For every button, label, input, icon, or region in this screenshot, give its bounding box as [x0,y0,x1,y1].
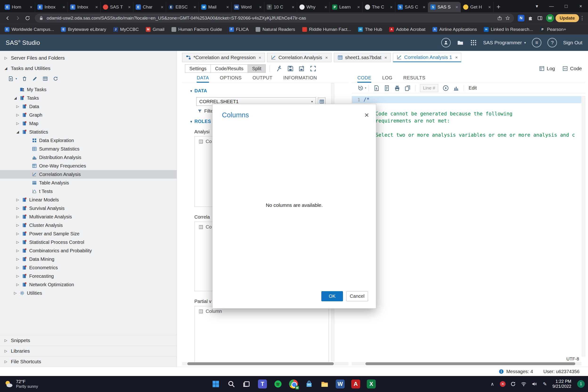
chevron-right-icon[interactable]: ▷ [16,214,20,219]
document-tab[interactable]: Correlation Analysis× [267,53,332,62]
bookmark-item[interactable]: EBrytewave eLibrary [61,27,106,32]
messages-status[interactable]: Messages: 4 [498,369,533,374]
window-maximize-button[interactable]: □ [559,0,574,12]
taskbar-search-icon[interactable] [225,377,238,391]
log-button[interactable]: Log [539,66,555,72]
bookmark-item[interactable]: Riddle Human Fact... [302,27,351,32]
tab-close-icon[interactable]: × [292,5,294,10]
ok-button[interactable]: OK [321,291,343,301]
taskbar-start-icon[interactable] [209,377,222,391]
tab-close-icon[interactable]: × [95,5,98,10]
chevron-right-icon[interactable]: ▷ [16,232,20,236]
tab-close-icon[interactable]: × [30,5,32,10]
tree-item-linear-models[interactable]: ▷Linear Models [0,196,177,204]
taskbar-spotify-icon[interactable] [272,377,284,391]
browser-tab[interactable]: WWord× [232,2,264,12]
browser-tab[interactable]: ?10 C× [264,2,297,12]
chevron-right-icon[interactable]: ▷ [16,257,20,261]
refresh-button[interactable] [53,76,58,82]
antivirus-tray-icon[interactable]: ✕ [500,381,506,387]
browser-tab[interactable]: SSAS C× [395,2,428,12]
profile-icon[interactable] [441,38,451,47]
tab-information[interactable]: INFORMATION [283,74,317,83]
tree-item-network-optimization[interactable]: ▷Network Optimization [0,280,177,289]
wifi-icon[interactable] [520,381,527,387]
sidebar-section-snippets[interactable]: ▷ Snippets [0,335,177,346]
performance-icon[interactable] [453,85,460,92]
hidden-icons-chevron-icon[interactable]: ∧ [489,381,496,387]
edit-button[interactable]: Edit [468,85,476,91]
chevron-expanded-icon[interactable]: ◢ [16,130,20,134]
share-icon[interactable] [497,16,502,21]
browser-tab[interactable]: PLearn× [330,2,362,12]
role-dropdown[interactable]: SAS Programmer ▾ [483,40,526,46]
dialog-close-icon[interactable]: × [364,111,369,119]
tree-item-survival-analysis[interactable]: ▷Survival Analysis [0,204,177,212]
tab-close-icon[interactable]: × [324,5,327,10]
run-icon[interactable] [276,65,283,72]
extensions-puzzle-button[interactable] [526,14,535,23]
tab-close-icon[interactable]: × [357,5,360,10]
scrollbar-thumb[interactable] [187,362,334,365]
tab-close-icon[interactable]: × [384,55,387,60]
tab-list-chevron-icon[interactable]: ▾ [530,0,544,12]
tree-item-multivariate-analysis[interactable]: ▷Multivariate Analysis [0,212,177,221]
window-minimize-button[interactable]: — [544,0,559,12]
tab-close-icon[interactable]: × [325,55,328,60]
bookmark-item[interactable]: EWorldwide Campus... [5,27,54,32]
browser-menu-kebab-icon[interactable]: ⋮ [579,15,585,21]
tab-close-icon[interactable]: × [488,5,491,10]
chevron-right-icon[interactable]: ▷ [16,274,20,278]
bookmark-item[interactable]: FFLICA [229,27,249,32]
code-line[interactable]: 1/* [352,96,582,103]
save-as-icon[interactable] [298,65,305,72]
chevron-right-icon[interactable]: ▷ [16,104,20,108]
tree-item-utilities[interactable]: ▷Utilities [0,289,177,297]
code-line[interactable] [352,103,582,110]
taskbar-excel-icon[interactable]: X [365,377,378,391]
taskbar-store-icon[interactable] [302,377,316,391]
tab-close-icon[interactable]: × [259,5,262,10]
roles-section-header[interactable]: ▾ ROLES [190,119,211,124]
filter-row[interactable]: Filte [197,108,213,114]
chevron-right-icon[interactable]: ▷ [16,113,20,117]
sign-out-button[interactable]: Sign Out [563,40,582,46]
bookmark-star-icon[interactable] [505,16,510,21]
tab-data[interactable]: DATA [197,74,209,83]
run-circle-icon[interactable] [442,85,449,92]
forward-button[interactable] [13,13,22,23]
code-line[interactable]: Code cannot be generated because the fol… [352,110,582,117]
tab-close-icon[interactable]: × [62,5,65,10]
bookmark-item[interactable]: HThe Hub [358,27,382,32]
print-icon[interactable] [394,85,400,92]
taskbar-task-view-icon[interactable] [240,377,254,391]
reload-button[interactable] [22,13,32,23]
columns-view-button[interactable] [42,76,48,82]
tree-item-statistics[interactable]: ◢Statistics [0,128,177,136]
download-icon[interactable] [384,85,390,92]
tab-close-icon[interactable]: × [455,5,458,10]
tab-close-icon[interactable]: × [422,5,426,10]
role-box[interactable]: Column [194,306,329,363]
tree-item-forecasting[interactable]: ▷Forecasting [0,272,177,280]
line-number-button[interactable]: Line # [420,84,438,92]
tab-log[interactable]: LOG [382,74,392,83]
bookmark-item[interactable]: inLinked In Research... [484,27,533,32]
scrollbar-thumb[interactable] [366,362,575,365]
clock[interactable]: 1:22 PM 9/21/2022 [552,379,571,389]
tree-item-econometrics[interactable]: ▷Econometrics [0,264,177,272]
tab-options[interactable]: OPTIONS [220,74,242,83]
tree-item-data[interactable]: ▷Data [0,102,177,111]
taskbar-teams-icon[interactable]: T [256,377,269,391]
tab-close-icon[interactable]: × [390,5,393,10]
taskbar-word-icon[interactable]: W [334,377,347,391]
code-button[interactable]: Code [562,66,582,72]
notification-badge[interactable]: 1 [577,380,585,388]
new-tab-button[interactable]: + [494,2,504,12]
bookmark-item[interactable]: AAdobe Acrobat [389,27,426,32]
tab-close-icon[interactable]: × [259,55,261,60]
document-tab[interactable]: *Correlation and Regression× [182,53,265,62]
browser-tab[interactable]: The C× [362,2,395,12]
code-line[interactable] [352,124,582,132]
browser-tab[interactable]: SSAS S× [428,2,461,12]
